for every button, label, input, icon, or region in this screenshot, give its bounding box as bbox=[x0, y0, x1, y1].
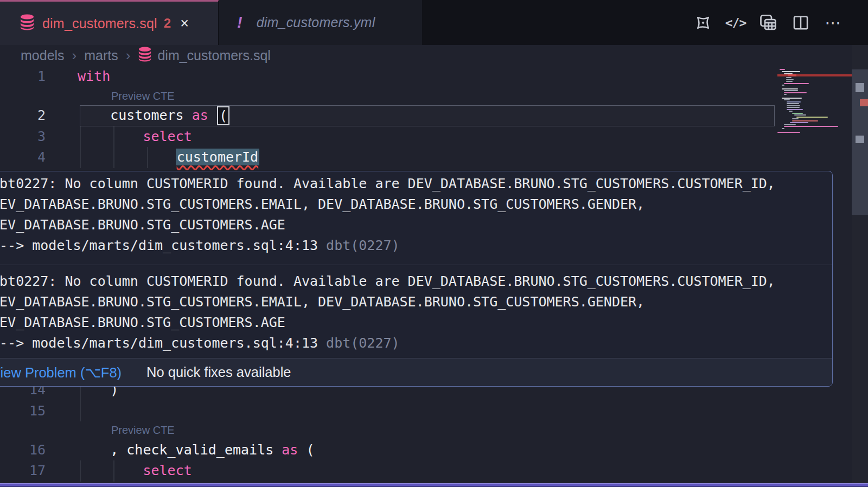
breadcrumb-models[interactable]: models bbox=[21, 48, 65, 63]
codelens-preview-cte[interactable]: Preview CTE bbox=[111, 421, 175, 440]
minimap-code-line bbox=[780, 69, 785, 70]
chevron-right-icon: › bbox=[126, 47, 131, 64]
breadcrumb-file[interactable]: dim_customers.sql bbox=[138, 47, 270, 65]
overview-ruler-mark bbox=[860, 99, 868, 106]
close-icon[interactable]: × bbox=[180, 15, 189, 32]
overview-ruler-mark bbox=[856, 83, 864, 92]
minimap-code-line bbox=[789, 111, 793, 112]
code-line-2[interactable]: 2 customers as ( bbox=[0, 105, 777, 126]
overview-ruler-mark bbox=[856, 136, 864, 143]
warning-icon: ! bbox=[237, 14, 242, 31]
minimap-code-line bbox=[782, 85, 784, 86]
panel-resize-handle[interactable] bbox=[0, 483, 868, 487]
minimap-code-line bbox=[786, 81, 793, 82]
vscode-editor-window: dim_customers.sql 2 × ! dim_customers.ym… bbox=[0, 0, 868, 487]
minimap-code-line bbox=[796, 117, 828, 118]
minimap-code-line bbox=[787, 103, 799, 104]
minimap-code-line bbox=[784, 94, 787, 95]
line-number: 17 bbox=[0, 460, 46, 482]
tab-dim-customers-sql[interactable]: dim_customers.sql 2 × bbox=[0, 0, 219, 45]
dbt-logo-icon[interactable] bbox=[693, 13, 713, 33]
more-actions-icon[interactable]: ⋯ bbox=[824, 13, 843, 33]
error-code: dbt(0227) bbox=[318, 238, 400, 253]
minimap-code-line bbox=[787, 105, 800, 106]
minimap-code-line bbox=[784, 124, 796, 125]
database-icon bbox=[138, 47, 152, 65]
error-message: dbt0227: No column CUSTOMERID found. Ava… bbox=[0, 265, 832, 358]
error-message: dbt0227: No column CUSTOMERID found. Ava… bbox=[0, 171, 832, 265]
breadcrumb: models › marts › dim_customers.sql bbox=[21, 45, 271, 66]
line-number: 1 bbox=[0, 66, 46, 87]
minimap-code-line bbox=[784, 99, 790, 100]
compile-code-icon[interactable]: </> bbox=[726, 13, 745, 33]
tab-dim-customers-yml[interactable]: ! dim_customers.yml bbox=[219, 0, 422, 45]
minimap-code-line bbox=[784, 83, 809, 84]
tab-title: dim_customers.yml bbox=[257, 15, 375, 30]
chevron-right-icon: › bbox=[72, 47, 77, 64]
minimap-code-line bbox=[782, 98, 802, 99]
error-source-link[interactable]: --> models/marts/dim_customers.sql:4:13 bbox=[0, 335, 318, 351]
code-line-17[interactable]: 17 select bbox=[0, 460, 777, 482]
code-line-15[interactable]: 15 bbox=[0, 401, 777, 422]
breadcrumb-filename: dim_customers.sql bbox=[157, 48, 270, 63]
error-code: dbt(0227) bbox=[318, 335, 400, 351]
database-icon bbox=[20, 14, 35, 33]
minimap-code-line bbox=[782, 128, 784, 129]
scrollbar[interactable] bbox=[852, 45, 868, 487]
minimap-code-line bbox=[782, 88, 798, 89]
line-number: 4 bbox=[0, 147, 46, 168]
minimap-code-line bbox=[784, 90, 798, 91]
minimap-code-line bbox=[782, 71, 800, 72]
line-number: 15 bbox=[0, 401, 46, 422]
minimap-code-line bbox=[792, 118, 799, 119]
modified-count-badge: 2 bbox=[164, 16, 171, 31]
split-editor-icon[interactable] bbox=[791, 13, 810, 33]
minimap-code-line bbox=[784, 73, 793, 74]
minimap-code-line bbox=[792, 113, 803, 114]
hover-status-bar: View Problem (⌥F8) No quick fixes availa… bbox=[0, 358, 832, 386]
text-cursor: ( bbox=[217, 106, 229, 125]
minimap-code-line bbox=[794, 114, 806, 116]
line-number: 3 bbox=[0, 126, 46, 148]
code-line-16[interactable]: 16 , check_valid_emails as ( bbox=[0, 440, 777, 461]
minimap-code-line bbox=[790, 122, 808, 123]
line-number: 2 bbox=[0, 105, 46, 126]
minimap-code-line bbox=[786, 77, 792, 78]
tab-title: dim_customers.sql bbox=[42, 16, 157, 31]
error-token-customerid: customerId bbox=[176, 149, 260, 165]
minimap-code-line bbox=[792, 120, 818, 121]
code-line-1[interactable]: 1with bbox=[0, 66, 777, 87]
indent-guide bbox=[80, 401, 81, 422]
error-hover-popup: dbt0227: No column CUSTOMERID found. Ava… bbox=[0, 171, 833, 387]
minimap-code-line bbox=[786, 79, 794, 80]
minimap-code-line bbox=[787, 101, 801, 102]
minimap-code-line bbox=[784, 92, 807, 93]
no-quick-fixes-label: No quick fixes available bbox=[146, 364, 291, 380]
code-line-3[interactable]: 3 select bbox=[0, 126, 777, 148]
minimap-code-line bbox=[777, 132, 800, 133]
line-number: 16 bbox=[0, 440, 46, 461]
editor-actions-toolbar: </> ⋯ bbox=[693, 0, 843, 45]
query-results-icon[interactable] bbox=[758, 13, 778, 33]
minimap-code-line bbox=[787, 107, 800, 108]
minimap-error-highlight bbox=[788, 74, 796, 76]
breadcrumb-marts[interactable]: marts bbox=[84, 48, 118, 63]
error-source-link[interactable]: --> models/marts/dim_customers.sql:4:13 bbox=[0, 238, 318, 253]
minimap-code-line bbox=[784, 126, 838, 127]
minimap-code-line bbox=[787, 109, 803, 110]
view-problem-link[interactable]: View Problem (⌥F8) bbox=[0, 364, 122, 381]
code-line-4[interactable]: 4 customerId bbox=[0, 147, 777, 168]
codelens-preview-cte[interactable]: Preview CTE bbox=[111, 87, 175, 106]
